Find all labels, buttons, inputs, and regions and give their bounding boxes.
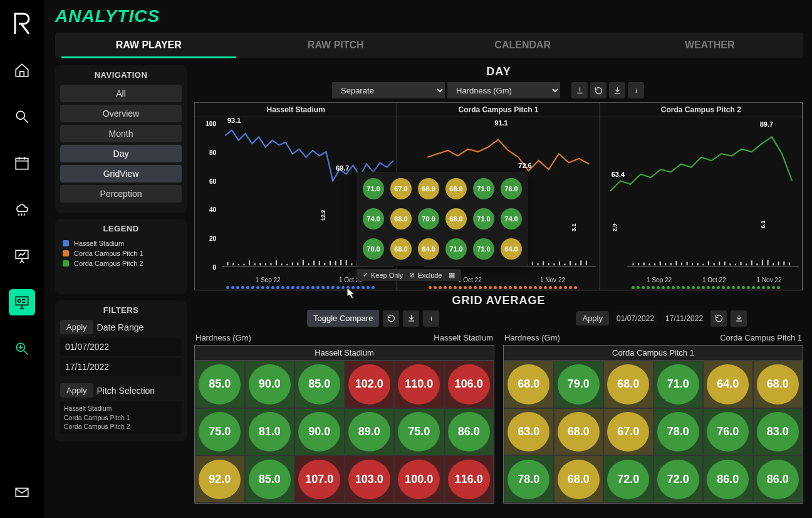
grid-cell[interactable]: 86.0 xyxy=(444,408,494,456)
zoom-in-icon[interactable] xyxy=(9,336,35,362)
grid-cell[interactable]: 85.0 xyxy=(195,361,245,408)
grid-value: 86.0 xyxy=(757,460,799,499)
svg-rect-93 xyxy=(762,260,763,265)
grid-cell[interactable]: 85.0 xyxy=(245,455,295,503)
analytics-icon[interactable] xyxy=(9,289,35,315)
grid-cell[interactable]: 103.0 xyxy=(345,455,395,503)
grid-small-icon[interactable]: ▦ xyxy=(449,271,455,279)
grid-cell[interactable]: 68.0 xyxy=(554,408,604,456)
grid-cell[interactable]: 89.0 xyxy=(345,408,395,456)
pitch-item[interactable]: Corda Campus Pitch 1 xyxy=(64,413,178,423)
separate-dropdown[interactable]: Separate xyxy=(332,82,445,98)
chart-panel[interactable]: Corda Campus Pitch 2 89.763.42.96.1 1 Se… xyxy=(600,103,803,290)
exclude-button[interactable]: ⊘ Exclude xyxy=(409,271,442,279)
ga-reset2-icon[interactable] xyxy=(710,310,727,327)
timeline-dots[interactable] xyxy=(632,285,797,290)
grid-cell[interactable]: 63.0 xyxy=(504,408,554,456)
ga-reset-icon[interactable] xyxy=(383,310,399,327)
tab-weather[interactable]: WEATHER xyxy=(617,33,804,58)
grid-cell[interactable]: 106.0 xyxy=(444,361,494,408)
grid-cell[interactable]: 64.0 xyxy=(703,361,753,408)
timeline-dots[interactable] xyxy=(226,285,392,290)
measure-dropdown[interactable]: Hardness (Gm) xyxy=(447,82,560,98)
home-icon[interactable] xyxy=(9,57,35,83)
grid-cell[interactable]: 68.0 xyxy=(603,361,653,408)
timeline-dots[interactable] xyxy=(429,285,594,290)
grid-cell[interactable]: 100.0 xyxy=(394,455,444,503)
grid-value: 71.0 xyxy=(657,364,699,404)
grid-cell[interactable]: 71.0 xyxy=(653,361,704,408)
info-icon[interactable] xyxy=(628,82,644,98)
grid-cell[interactable]: 81.0 xyxy=(245,408,295,456)
nav-day[interactable]: Day xyxy=(60,145,182,162)
apply-pitch-button[interactable]: Apply xyxy=(60,383,93,398)
svg-rect-24 xyxy=(319,261,320,265)
ga-info-icon[interactable] xyxy=(423,310,439,327)
calendar-icon[interactable] xyxy=(9,150,35,176)
ga-date-from[interactable] xyxy=(613,311,658,326)
grid-cell[interactable]: 90.0 xyxy=(294,408,345,456)
grid-cell[interactable]: 78.0 xyxy=(653,408,704,456)
svg-rect-9 xyxy=(238,264,239,265)
tab-calendar[interactable]: CALENDAR xyxy=(429,33,617,58)
grid-cell[interactable]: 116.0 xyxy=(444,455,494,503)
grid-cell[interactable]: 68.0 xyxy=(504,361,554,408)
grid-cell[interactable]: 76.0 xyxy=(703,408,753,456)
svg-rect-28 xyxy=(340,260,341,265)
grid-cell[interactable]: 90.0 xyxy=(245,361,295,408)
toggle-compare-button[interactable]: Toggle Compare xyxy=(307,310,379,327)
grid-cell[interactable]: 110.0 xyxy=(394,361,444,408)
date-to-input[interactable] xyxy=(60,358,182,376)
grid-cell[interactable]: 102.0 xyxy=(345,361,395,408)
grid-cell[interactable]: 75.0 xyxy=(195,408,245,456)
grid-cell[interactable]: 75.0 xyxy=(394,408,444,456)
grid-cell[interactable]: 78.0 xyxy=(504,455,554,503)
legend-item[interactable]: Corda Campus Pitch 2 xyxy=(60,258,182,268)
tab-raw-pitch[interactable]: RAW PITCH xyxy=(242,33,430,58)
reset-icon[interactable] xyxy=(590,82,606,98)
weather-icon[interactable] xyxy=(9,196,35,223)
presentation-icon[interactable] xyxy=(9,243,35,269)
pitch-item[interactable]: Corda Campus Pitch 2 xyxy=(64,422,178,431)
ga-download2-icon[interactable] xyxy=(731,310,747,327)
keep-only-button[interactable]: ✓ Keep Only xyxy=(363,271,403,279)
ga-download-icon[interactable] xyxy=(403,310,419,327)
grid-cell[interactable]: 68.0 xyxy=(753,361,803,408)
grid-value: 90.0 xyxy=(298,412,340,452)
svg-rect-29 xyxy=(346,260,347,265)
mail-icon[interactable] xyxy=(9,479,35,505)
nav-all[interactable]: All xyxy=(60,85,182,102)
date-from-input[interactable] xyxy=(60,338,182,356)
nav-month[interactable]: Month xyxy=(60,125,182,142)
apply-date-button[interactable]: Apply xyxy=(60,320,93,334)
svg-rect-74 xyxy=(659,262,660,266)
nav-gridview[interactable]: GridView xyxy=(60,165,182,182)
grid-cell[interactable]: 85.0 xyxy=(294,361,345,408)
grid-cell[interactable]: 86.0 xyxy=(753,455,803,503)
svg-rect-12 xyxy=(254,263,256,265)
ga-date-to[interactable] xyxy=(662,311,707,326)
grid-cell[interactable]: 92.0 xyxy=(195,455,245,503)
grid-cell[interactable]: 86.0 xyxy=(703,455,753,503)
grid-cell[interactable]: 83.0 xyxy=(753,408,803,456)
grid-average-block: Hardness (Gm)Hasselt Stadium Hasselt Sta… xyxy=(194,330,494,504)
ga-apply-button[interactable]: Apply xyxy=(576,311,609,325)
data-label: 89.7 xyxy=(760,120,773,128)
nav-overview[interactable]: Overview xyxy=(60,105,182,122)
grid-cell[interactable]: 67.0 xyxy=(603,408,653,456)
collapse-icon[interactable] xyxy=(571,82,588,98)
grid-cell[interactable]: 79.0 xyxy=(554,361,604,408)
svg-rect-95 xyxy=(773,263,774,265)
search-icon[interactable] xyxy=(9,103,35,130)
pitch-item[interactable]: Hasselt Stadium xyxy=(64,404,178,413)
nav-perception[interactable]: Perception xyxy=(60,185,182,203)
grid-cell[interactable]: 72.0 xyxy=(653,455,704,503)
pitch-list[interactable]: Hasselt StadiumCorda Campus Pitch 1Corda… xyxy=(60,401,182,434)
legend-item[interactable]: Hasselt Stadium xyxy=(60,238,182,248)
legend-item[interactable]: Corda Campus Pitch 1 xyxy=(60,248,182,258)
grid-cell[interactable]: 72.0 xyxy=(603,455,653,503)
tab-raw-player[interactable]: RAW PLAYER xyxy=(55,33,242,58)
grid-cell[interactable]: 68.0 xyxy=(554,455,604,503)
grid-cell[interactable]: 107.0 xyxy=(294,455,345,503)
download-icon[interactable] xyxy=(609,82,625,98)
